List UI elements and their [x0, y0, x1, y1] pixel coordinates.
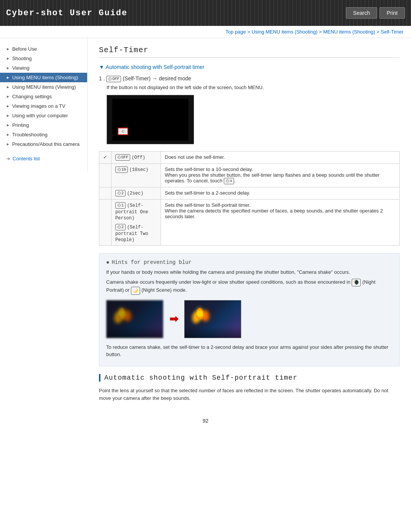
breadcrumb-link-top[interactable]: Top page — [226, 29, 246, 35]
breadcrumb-separator: > — [247, 29, 252, 35]
sidebar-arrow: ► — [6, 133, 10, 137]
hints-box: ✸ Hints for preventing blur If your hand… — [99, 253, 400, 366]
table-row: ✓ ⏲OFF (Off) Does not use the self-timer… — [99, 152, 400, 164]
photo-before — [106, 300, 163, 338]
header-buttons: Search Print — [346, 7, 405, 19]
night-portrait-icon: 🌘 — [352, 279, 361, 287]
sidebar-arrow: ► — [6, 113, 10, 118]
sidebar-item-label: Shooting — [12, 56, 32, 61]
section2-title: Automatic shooting with Self-portrait ti… — [99, 374, 400, 382]
sidebar-item-label: Using with your computer — [12, 113, 68, 118]
sidebar-item-label: Using MENU items (Shooting) — [12, 75, 78, 80]
sidebar-item-troubleshooting[interactable]: ► Troubleshooting — [0, 130, 87, 139]
sidebar-item-label: Using MENU items (Viewing) — [12, 84, 76, 90]
table-row: ⏲10 (10sec) Sets the self-timer to a 10-… — [99, 164, 400, 187]
photo-comparison-row: ➡ — [106, 300, 392, 338]
sidebar-arrow: ► — [6, 94, 10, 99]
camera-screen: ⏲ — [112, 99, 188, 141]
breadcrumb-link-menu-items[interactable]: MENU items (Shooting) — [323, 29, 375, 35]
sidebar-item-before-use[interactable]: ► Before Use — [0, 44, 87, 54]
sidebar-item-label: Viewing images on a TV — [12, 103, 65, 109]
camera-screen-image: ⏲ — [107, 95, 194, 144]
photo-after — [184, 300, 241, 338]
desc-col: Sets the self-timer to a 10-second delay… — [161, 164, 400, 187]
page-number: 92 — [0, 410, 411, 431]
hints-title-label: Hints for preventing blur — [112, 259, 191, 265]
main-layout: ► Before Use ► Shooting ► Viewing ► Usin… — [0, 38, 411, 410]
camera-timer-button: ⏲ — [118, 128, 128, 135]
timer-options-table: ✓ ⏲OFF (Off) Does not use the self-timer… — [99, 151, 400, 246]
sidebar-arrow: ► — [6, 123, 10, 127]
section2-body: Point the lens at yourself so that the s… — [99, 387, 400, 403]
sidebar-item-label: Precautions/About this camera — [12, 141, 80, 147]
check-col — [99, 164, 112, 187]
sidebar-item-viewing[interactable]: ► Viewing — [0, 63, 87, 73]
table-row: ⏲1 (Self-portrait One Person) ⏲2 (Self-p… — [99, 200, 400, 246]
triangle-icon: ▼ — [99, 64, 104, 70]
step1-note: If the button is not displayed on the le… — [99, 85, 400, 90]
2sec-label: (2sec) — [127, 191, 143, 196]
cancel-icon: ⏲x — [224, 178, 234, 184]
section-anchor-link[interactable]: ▼ Automatic shooting with Self-portrait … — [99, 64, 400, 70]
sidebar-arrow: ► — [6, 85, 10, 89]
sidebar-item-menu-shooting[interactable]: ► Using MENU items (Shooting) — [0, 73, 87, 82]
timer-icon-label: ⏲ — [121, 129, 125, 133]
check-col: ✓ — [99, 152, 112, 164]
arrow-right-icon: ➔ — [6, 156, 10, 161]
page-title: Self-Timer — [99, 46, 400, 58]
table-row: ⏲2 (2sec) Sets the self-timer to a 2-sec… — [99, 187, 400, 200]
sidebar-item-computer[interactable]: ► Using with your computer — [0, 111, 87, 120]
search-button[interactable]: Search — [346, 7, 377, 19]
sidebar-arrow: ► — [6, 47, 10, 51]
contents-link-label: Contents list — [13, 156, 40, 161]
portrait-one-icon: ⏲1 — [115, 202, 126, 209]
desc-col: Sets the self-timer to Self-portrait tim… — [161, 200, 400, 246]
hints-text1: If your hands or body moves while holdin… — [106, 268, 392, 276]
desc-col: Does not use the self-timer. — [161, 152, 400, 164]
icon-col: ⏲1 (Self-portrait One Person) ⏲2 (Self-p… — [112, 200, 161, 246]
icon-col: ⏲OFF (Off) — [112, 152, 161, 164]
breadcrumb-separator2: > — [319, 29, 323, 35]
breadcrumb-separator3: > — [376, 29, 381, 35]
sidebar-item-label: Changing settings — [12, 94, 52, 99]
10sec-icon: ⏲10 — [115, 166, 128, 173]
sidebar-item-viewing-tv[interactable]: ► Viewing images on a TV — [0, 101, 87, 111]
sidebar-item-menu-viewing[interactable]: ► Using MENU items (Viewing) — [0, 82, 87, 92]
off-label: (Off) — [132, 155, 145, 160]
breadcrumb-link-menu-shooting[interactable]: Using MENU items (Shooting) — [252, 29, 317, 35]
contents-list-link[interactable]: ➔ Contents list — [0, 152, 87, 165]
sidebar-item-label: Troubleshooting — [12, 132, 48, 137]
sidebar-arrow: ► — [6, 56, 10, 61]
portrait-one-label: ⏲1 (Self-portrait One Person) — [115, 202, 157, 221]
section-link-label: Automatic shooting with Self-portrait ti… — [106, 64, 204, 70]
sidebar-item-changing-settings[interactable]: ► Changing settings — [0, 92, 87, 101]
hints-text3: To reduce camera shake, set the self-tim… — [106, 343, 392, 358]
step-number: 1 . — [99, 75, 106, 81]
sidebar-item-precautions[interactable]: ► Precautions/About this camera — [0, 139, 87, 149]
icon-col: ⏲2 (2sec) — [112, 187, 161, 200]
breadcrumb: Top page > Using MENU items (Shooting) >… — [0, 26, 411, 38]
sidebar-arrow: ► — [6, 142, 10, 146]
hints-title: ✸ Hints for preventing blur — [106, 259, 392, 265]
page-header: Cyber-shot User Guide Search Print — [0, 0, 411, 26]
app-title: Cyber-shot User Guide — [6, 8, 127, 18]
10sec-label: (10sec) — [129, 167, 148, 173]
sidebar-item-printing[interactable]: ► Printing — [0, 120, 87, 130]
portrait-two-icon: ⏲2 — [115, 224, 126, 230]
print-button[interactable]: Print — [379, 7, 405, 19]
desc-col: Sets the self-timer to a 2-second delay. — [161, 187, 400, 200]
check-col — [99, 187, 112, 200]
hints-text2: Camera shake occurs frequently under low… — [106, 278, 392, 295]
breadcrumb-link-self-timer[interactable]: Self-Timer — [381, 29, 403, 35]
sidebar-item-shooting[interactable]: ► Shooting — [0, 54, 87, 63]
sidebar-divider — [0, 149, 87, 152]
sidebar-item-label: Before Use — [12, 46, 37, 52]
portrait-two-label: ⏲2 (Self-portrait Two People) — [115, 224, 157, 243]
check-col — [99, 200, 112, 246]
sidebar-item-label: Printing — [12, 122, 29, 128]
self-timer-icon: ⏲OFF — [106, 76, 121, 82]
step1-label: (Self-Timer) → desired mode — [123, 75, 191, 81]
2sec-icon: ⏲2 — [115, 190, 126, 197]
photo-arrow-icon: ➡ — [169, 313, 178, 325]
night-scene-icon: 🌙 — [131, 287, 140, 295]
